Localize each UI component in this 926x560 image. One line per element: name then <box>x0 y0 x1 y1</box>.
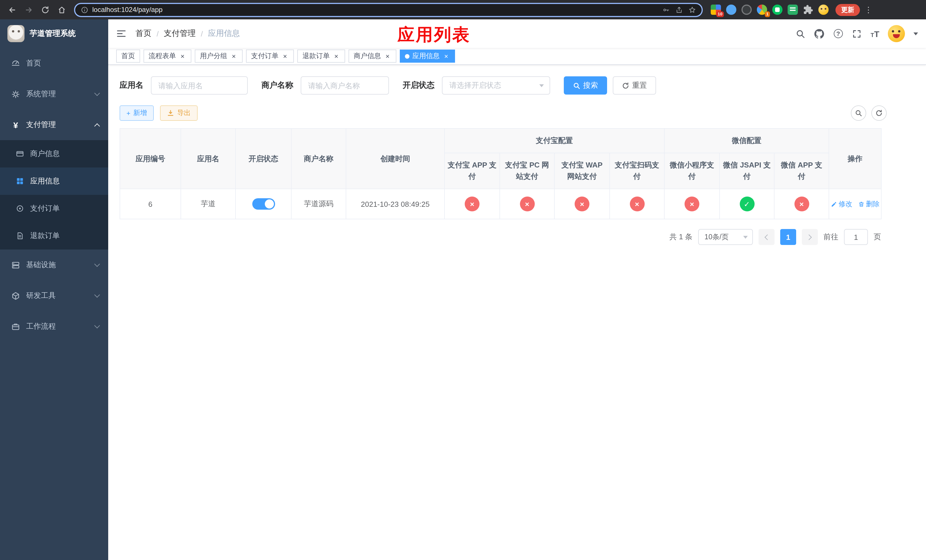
avatar-dropdown-caret-icon[interactable] <box>914 32 918 35</box>
tags-view-bar: 首页 流程表单 × 用户分组 × 支付订单 × 退款订单 × <box>108 48 926 65</box>
browser-reload-button[interactable] <box>38 2 53 17</box>
tab-item[interactable]: 商户信息 × <box>348 50 396 63</box>
sidebar-subitem-payment-order[interactable]: 支付订单 <box>0 195 108 222</box>
fontsize-icon-button[interactable]: TT <box>870 29 879 38</box>
password-key-icon[interactable] <box>662 6 670 14</box>
table-row: 6 芋道 芋道源码 2021-10-23 08:49:25 × × × × × <box>120 189 881 219</box>
close-icon[interactable]: × <box>442 52 450 60</box>
chevron-down-icon <box>743 236 748 239</box>
col-header-wx-lite: 微信小程序支付 <box>664 153 720 189</box>
close-icon[interactable]: × <box>281 52 289 60</box>
next-page-button[interactable] <box>802 229 818 245</box>
browser-back-button[interactable] <box>5 2 20 17</box>
sidebar-item-system[interactable]: 系统管理 <box>0 79 108 109</box>
app-name-input[interactable] <box>151 76 248 95</box>
help-icon-button[interactable]: ? <box>833 29 843 39</box>
extension-badge: 1 <box>765 11 770 17</box>
col-header-alipay-qr: 支付宝扫码支付 <box>610 153 664 189</box>
tab-item[interactable]: 支付订单 × <box>246 50 294 63</box>
sidebar-subitem-label: 退款订单 <box>30 231 60 241</box>
delete-link[interactable]: 删除 <box>858 200 879 209</box>
edit-link[interactable]: 修改 <box>831 200 852 209</box>
extensions-area: 10 1 <box>711 5 829 15</box>
tab-app-info-active[interactable]: 应用信息 × <box>400 50 455 63</box>
add-button[interactable]: + 新增 <box>120 105 154 121</box>
col-header-alipay-app: 支付宝 APP 支付 <box>445 153 500 189</box>
sidebar-item-workflow[interactable]: 工作流程 <box>0 311 108 342</box>
browser-forward-button[interactable] <box>21 2 36 17</box>
fullscreen-icon-button[interactable] <box>852 29 862 39</box>
merchant-name-input[interactable] <box>301 76 389 95</box>
browser-profile-avatar[interactable] <box>819 5 829 15</box>
page-size-value: 10条/页 <box>705 232 729 242</box>
app-grid-icon <box>16 177 24 185</box>
tab-label: 支付订单 <box>251 51 278 61</box>
hide-search-button[interactable] <box>851 105 866 121</box>
sidebar-item-devtools[interactable]: 研发工具 <box>0 280 108 311</box>
browser-home-button[interactable] <box>54 2 70 17</box>
status-select[interactable]: 请选择开启状态 <box>442 76 550 95</box>
refresh-table-button[interactable] <box>872 105 887 121</box>
search-icon-button[interactable] <box>795 29 805 39</box>
sidebar-item-label: 工作流程 <box>26 321 56 331</box>
app-name-label: 应用名 <box>120 80 144 91</box>
breadcrumb-home[interactable]: 首页 <box>136 29 151 39</box>
page-unit-label: 页 <box>874 232 881 242</box>
back-arrow-icon <box>8 5 17 14</box>
collapse-sidebar-button[interactable] <box>116 29 126 39</box>
col-header-alipay-wap: 支付宝 WAP 网站支付 <box>554 153 610 189</box>
url-text: localhost:1024/pay/app <box>92 6 163 14</box>
app-logo-row[interactable]: 芋道管理系统 <box>0 20 108 48</box>
yen-icon: ¥ <box>11 121 20 129</box>
bookmark-star-icon[interactable] <box>688 6 696 14</box>
close-icon[interactable]: × <box>333 52 340 60</box>
close-icon[interactable]: × <box>230 52 238 60</box>
close-icon[interactable]: × <box>179 52 186 60</box>
extension-multi-icon[interactable]: 1 <box>757 5 767 15</box>
current-page-button[interactable]: 1 <box>780 229 796 245</box>
pagination-bar: 共 1 条 10条/页 1 前往 页 <box>120 229 881 245</box>
sidebar-subitem-merchant-info[interactable]: 商户信息 <box>0 140 108 168</box>
edit-link-label: 修改 <box>838 200 852 209</box>
sidebar-item-home[interactable]: 首页 <box>0 48 108 79</box>
extensions-puzzle-icon[interactable] <box>803 5 813 15</box>
status-label: 开启状态 <box>402 80 434 91</box>
tab-item[interactable]: 流程表单 × <box>144 50 191 63</box>
browser-menu-icon[interactable]: ⋮ <box>864 5 873 14</box>
tab-item[interactable]: 用户分组 × <box>195 50 243 63</box>
browser-update-button[interactable]: 更新 <box>835 4 860 16</box>
close-icon[interactable]: × <box>384 52 391 60</box>
tab-label: 首页 <box>121 51 135 61</box>
question-icon: ? <box>834 29 843 38</box>
prev-page-button[interactable] <box>758 229 775 245</box>
reset-button[interactable]: 重置 <box>613 76 656 95</box>
col-header-app-id: 应用编号 <box>120 129 181 189</box>
site-info-icon[interactable] <box>81 6 88 14</box>
goto-page-input[interactable] <box>844 229 868 245</box>
extension-wechat-icon[interactable] <box>772 5 782 15</box>
export-button[interactable]: 导出 <box>160 105 198 121</box>
github-icon-button[interactable] <box>814 29 825 39</box>
search-button[interactable]: 搜索 <box>564 76 607 95</box>
tab-home[interactable]: 首页 <box>116 50 140 63</box>
fullscreen-icon <box>852 29 862 38</box>
user-avatar[interactable] <box>888 25 905 42</box>
status-toggle[interactable] <box>252 198 275 210</box>
extension-note-icon[interactable] <box>788 5 798 15</box>
sidebar-subitem-refund-order[interactable]: 退款订单 <box>0 222 108 250</box>
extension-dark-icon[interactable] <box>741 5 752 15</box>
extension-grid-icon[interactable]: 10 <box>711 5 721 15</box>
url-bar[interactable]: localhost:1024/pay/app <box>74 3 703 17</box>
tab-item[interactable]: 退款订单 × <box>297 50 345 63</box>
page-size-select[interactable]: 10条/页 <box>698 229 753 245</box>
sidebar-item-infra[interactable]: 基础设施 <box>0 250 108 280</box>
breadcrumb-payment[interactable]: 支付管理 <box>164 29 196 39</box>
extension-blue-icon[interactable] <box>726 5 736 15</box>
col-header-alipay-pc: 支付宝 PC 网站支付 <box>500 153 554 189</box>
home-icon <box>57 5 66 14</box>
sidebar-item-payment[interactable]: ¥ 支付管理 <box>0 109 108 140</box>
app-table: 应用编号 应用名 开启状态 商户名称 创建时间 支付宝配置 微信配置 操作 支付… <box>120 128 882 219</box>
share-icon[interactable] <box>675 6 683 14</box>
tab-label: 流程表单 <box>149 51 176 61</box>
sidebar-subitem-app-info[interactable]: 应用信息 <box>0 168 108 195</box>
